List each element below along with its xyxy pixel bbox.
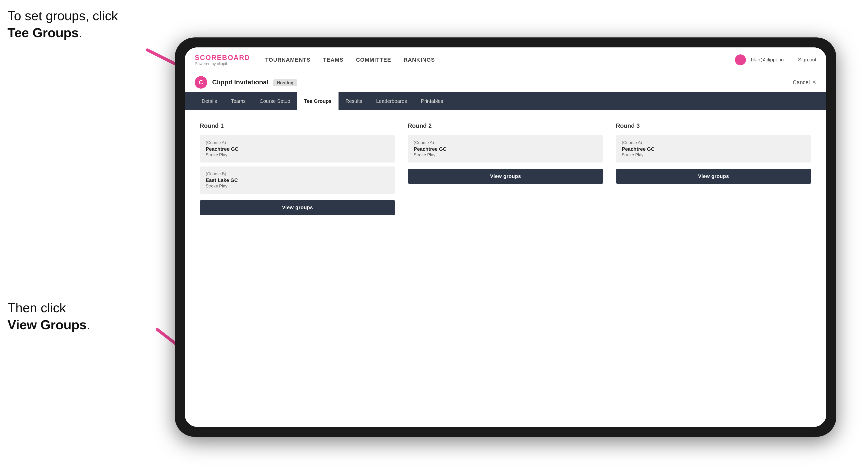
round-2-view-groups-button[interactable]: View groups xyxy=(408,169,603,184)
tab-details[interactable]: Details xyxy=(195,92,224,110)
tab-results[interactable]: Results xyxy=(339,92,369,110)
nav-committee[interactable]: COMMITTEE xyxy=(356,54,391,66)
round-2-course-a-card: (Course A) Peachtree GC Stroke Play xyxy=(408,135,603,162)
round-1-course-b-label: (Course B) xyxy=(206,172,389,177)
round-1-course-b-card: (Course B) East Lake GC Stroke Play xyxy=(200,166,395,194)
round-3-course-a-card: (Course A) Peachtree GC Stroke Play xyxy=(616,135,811,162)
tab-tee-groups[interactable]: Tee Groups xyxy=(297,92,339,110)
round-3-title: Round 3 xyxy=(616,122,811,129)
tab-course-setup[interactable]: Course Setup xyxy=(253,92,297,110)
round-2-column: Round 2 (Course A) Peachtree GC Stroke P… xyxy=(408,122,603,215)
tournament-name: Clippd Invitational Hosting xyxy=(212,79,793,86)
instruction-bottom: Then click View Groups. xyxy=(7,300,90,333)
instruction-line1: To set groups, click xyxy=(7,8,118,23)
logo-area: SCOREBOARD Powered by clippit xyxy=(195,54,250,66)
tablet-screen: SCOREBOARD Powered by clippit TOURNAMENT… xyxy=(185,48,826,427)
round-3-column: Round 3 (Course A) Peachtree GC Stroke P… xyxy=(616,122,811,215)
nav-teams[interactable]: TEAMS xyxy=(323,54,343,66)
tournament-bar: C Clippd Invitational Hosting Cancel ✕ xyxy=(185,72,826,92)
round-1-title: Round 1 xyxy=(200,122,395,129)
logo-subtitle: Powered by clippit xyxy=(195,62,250,66)
round-1-course-a-name: Peachtree GC xyxy=(206,146,389,152)
tournament-logo: C xyxy=(195,76,207,89)
top-nav-right: blair@clippd.io | Sign out xyxy=(735,54,816,65)
tab-leaderboards[interactable]: Leaderboards xyxy=(369,92,414,110)
tab-bar: Details Teams Course Setup Tee Groups Re… xyxy=(185,92,826,110)
avatar xyxy=(735,54,746,65)
instruction-top: To set groups, click Tee Groups. xyxy=(7,7,118,41)
logo-text: SCOREBOARD xyxy=(195,54,250,62)
hosting-badge: Hosting xyxy=(273,80,297,86)
tee-groups-highlight: Tee Groups xyxy=(7,26,79,40)
tab-printables[interactable]: Printables xyxy=(414,92,450,110)
cancel-x-icon[interactable]: ✕ xyxy=(812,79,816,86)
round-1-view-groups-button[interactable]: View groups xyxy=(200,200,395,215)
round-3-course-a-type: Stroke Play xyxy=(622,153,805,157)
nav-rankings[interactable]: RANKINGS xyxy=(404,54,435,66)
rounds-container: Round 1 (Course A) Peachtree GC Stroke P… xyxy=(200,122,811,215)
instruction-then-click: Then click xyxy=(7,301,66,315)
round-3-view-groups-button[interactable]: View groups xyxy=(616,169,811,184)
logo-scoreboard: SCOREBOARD xyxy=(195,54,250,61)
round-2-title: Round 2 xyxy=(408,122,603,129)
round-3-course-a-label: (Course A) xyxy=(622,140,805,145)
round-2-course-a-name: Peachtree GC xyxy=(414,146,597,152)
round-2-course-a-type: Stroke Play xyxy=(414,153,597,157)
top-nav: SCOREBOARD Powered by clippit TOURNAMENT… xyxy=(185,48,826,72)
user-email: blair@clippd.io xyxy=(751,57,784,63)
round-1-column: Round 1 (Course A) Peachtree GC Stroke P… xyxy=(200,122,395,215)
round-3-course-a-name: Peachtree GC xyxy=(622,146,805,152)
nav-tournaments[interactable]: TOURNAMENTS xyxy=(265,54,311,66)
tab-teams[interactable]: Teams xyxy=(224,92,253,110)
round-1-course-b-name: East Lake GC xyxy=(206,178,389,183)
round-1-course-b-type: Stroke Play xyxy=(206,184,389,189)
tablet-device: SCOREBOARD Powered by clippit TOURNAMENT… xyxy=(175,37,836,437)
round-1-course-a-card: (Course A) Peachtree GC Stroke Play xyxy=(200,135,395,162)
sign-out-link[interactable]: Sign out xyxy=(798,57,816,63)
round-1-course-a-label: (Course A) xyxy=(206,140,389,145)
round-2-course-a-label: (Course A) xyxy=(414,140,597,145)
cancel-button[interactable]: Cancel xyxy=(793,79,810,86)
round-1-course-a-type: Stroke Play xyxy=(206,153,389,157)
view-groups-highlight: View Groups xyxy=(7,317,87,332)
top-nav-links: TOURNAMENTS TEAMS COMMITTEE RANKINGS xyxy=(265,54,735,66)
main-content: Round 1 (Course A) Peachtree GC Stroke P… xyxy=(185,110,826,427)
